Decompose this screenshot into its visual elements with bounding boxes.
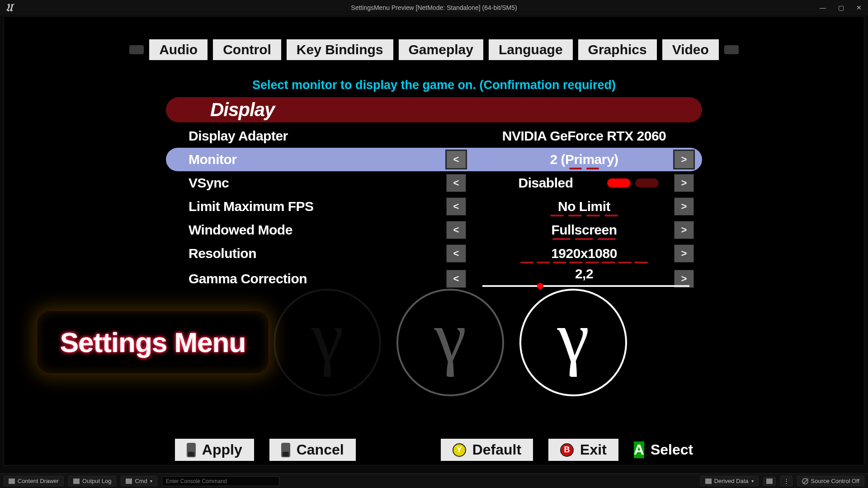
row-fps-limit[interactable]: Limit Maximum FPS < No Limit >	[166, 195, 702, 218]
window-option-dots	[478, 238, 690, 240]
gamma-preview: γ γ γ	[274, 289, 627, 396]
derived-data-button[interactable]: Derived Data ▾	[700, 476, 759, 486]
res-next-button[interactable]: >	[674, 244, 694, 263]
fps-option-dots	[478, 215, 690, 216]
mouse-right-icon	[281, 443, 290, 457]
value-monitor: 2 (Primary)	[478, 152, 690, 167]
gamma-prev-button[interactable]: <	[446, 270, 466, 288]
b-button-icon: B	[560, 443, 574, 457]
stats-icon	[766, 479, 773, 484]
tab-gameplay[interactable]: Gameplay	[399, 39, 483, 60]
disabled-icon	[802, 478, 808, 484]
value-display-adapter: NVIDIA GeForce RTX 2060	[478, 128, 690, 144]
window-next-button[interactable]: >	[674, 221, 694, 239]
content-drawer-button[interactable]: Content Drawer	[4, 476, 64, 486]
value-windowed-mode: Fullscreen	[478, 222, 690, 238]
settings-rows: Display Adapter NVIDIA GeForce RTX 2060 …	[166, 124, 702, 292]
label-display-adapter: Display Adapter	[189, 128, 288, 144]
settings-menu-badge-text: Settings Menu	[60, 326, 246, 358]
cmd-mode-button[interactable]: Cmd ▾	[121, 476, 157, 486]
a-button-icon: A	[634, 441, 644, 458]
gamma-preview-bright-icon: γ	[519, 289, 627, 396]
editor-statusbar: Content Drawer Output Log Cmd ▾ Derived …	[0, 474, 868, 488]
row-windowed-mode[interactable]: Windowed Mode < Fullscreen >	[166, 218, 702, 242]
tab-audio[interactable]: Audio	[149, 39, 208, 60]
close-button[interactable]: ✕	[850, 0, 868, 15]
section-header-display: Display	[166, 97, 702, 122]
log-icon	[73, 479, 80, 484]
monitor-next-button[interactable]: >	[674, 150, 694, 169]
game-viewport: Audio Control Key Bindings Gameplay Lang…	[4, 16, 864, 465]
tab-language[interactable]: Language	[489, 39, 573, 60]
settings-menu-badge: Settings Menu	[37, 310, 269, 374]
y-button-icon: Y	[453, 443, 466, 457]
maximize-button[interactable]: ▢	[832, 0, 850, 15]
gamma-slider-knob[interactable]	[537, 283, 543, 289]
apply-button[interactable]: Apply	[175, 439, 254, 461]
lb-bumper-icon	[129, 45, 144, 54]
rb-bumper-icon	[724, 45, 739, 54]
window-prev-button[interactable]: <	[446, 221, 466, 239]
exit-button[interactable]: BExit	[548, 439, 618, 461]
mouse-left-icon	[187, 443, 196, 457]
tab-graphics[interactable]: Graphics	[578, 39, 657, 60]
value-gamma: 2,2	[478, 266, 690, 282]
fps-next-button[interactable]: >	[674, 197, 694, 216]
window-titlebar: 𝔘 SettingsMenu Preview [NetMode: Standal…	[0, 0, 868, 15]
data-icon	[705, 479, 712, 484]
cancel-button[interactable]: Cancel	[269, 439, 356, 461]
source-control-button[interactable]: Source Control Off	[797, 476, 864, 486]
settings-tabbar: Audio Control Key Bindings Gameplay Lang…	[4, 39, 864, 60]
label-gamma: Gamma Correction	[189, 271, 307, 286]
row-vsync[interactable]: VSync < Disabled >	[166, 171, 702, 195]
gamma-preview-mid-icon: γ	[396, 289, 504, 396]
console-command-input[interactable]	[162, 476, 279, 486]
label-monitor: Monitor	[189, 152, 236, 167]
label-resolution: Resolution	[189, 246, 256, 261]
output-log-button[interactable]: Output Log	[68, 476, 116, 486]
fps-prev-button[interactable]: <	[446, 197, 466, 216]
select-hint: ASelect	[634, 441, 693, 458]
row-display-adapter: Display Adapter NVIDIA GeForce RTX 2060	[166, 124, 702, 148]
drawer-icon	[9, 479, 15, 484]
monitor-option-dots	[478, 168, 690, 169]
tab-video[interactable]: Video	[662, 39, 719, 60]
more-button[interactable]: ⋮	[780, 476, 793, 486]
window-title: SettingsMenu Preview [NetMode: Standalon…	[351, 4, 517, 11]
action-footer: Apply Cancel YDefault BExit ASelect	[4, 439, 864, 461]
default-button[interactable]: YDefault	[441, 439, 533, 461]
minimize-button[interactable]: —	[814, 0, 832, 15]
gamma-slider[interactable]	[482, 285, 689, 287]
stats-button[interactable]	[763, 477, 776, 486]
vsync-toggle-indicator	[603, 178, 659, 189]
res-prev-button[interactable]: <	[446, 244, 466, 263]
label-vsync: VSync	[189, 175, 229, 191]
value-resolution: 868x488	[478, 246, 690, 261]
monitor-prev-button[interactable]: <	[446, 150, 466, 169]
vsync-next-button[interactable]: >	[674, 174, 694, 192]
label-fps-limit: Limit Maximum FPS	[189, 199, 314, 214]
cmd-icon	[126, 479, 132, 484]
row-resolution[interactable]: Resolution < 868x488 >	[166, 242, 702, 265]
gamma-preview-dark-icon: γ	[274, 289, 381, 396]
unreal-logo-icon: 𝔘	[5, 0, 13, 15]
setting-description: Select monitor to display the game on. (…	[4, 78, 864, 92]
label-windowed-mode: Windowed Mode	[189, 222, 292, 238]
res-option-dots	[478, 262, 690, 263]
row-gamma[interactable]: Gamma Correction < 2,2 >	[166, 265, 702, 292]
tab-keybindings[interactable]: Key Bindings	[287, 39, 393, 60]
tab-control[interactable]: Control	[213, 39, 281, 60]
section-title: Display	[210, 99, 274, 121]
value-fps-limit: No Limit	[478, 199, 690, 214]
row-monitor[interactable]: Monitor < 2 (Primary) >	[166, 148, 702, 171]
